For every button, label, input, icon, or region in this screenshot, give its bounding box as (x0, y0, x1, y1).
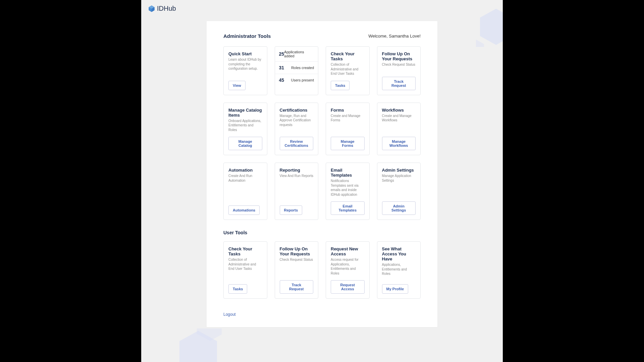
card-desc: Notifications Templates sent via emails … (331, 179, 365, 197)
card-title: Reporting (280, 168, 314, 173)
card-desc: Learn about IDHub by completing the conf… (228, 57, 262, 76)
logout-link[interactable]: Logout (223, 312, 236, 317)
tasks-button[interactable]: Tasks (331, 81, 350, 90)
card-desc: Check Request Status (280, 257, 314, 276)
card-title: Automation (228, 168, 262, 173)
card-desc: Access request for Applications, Entitle… (331, 257, 365, 276)
stat-label: Applications added (284, 50, 314, 58)
automations-button[interactable]: Automations (228, 205, 260, 215)
review-certifications-button[interactable]: Review Certifications (280, 137, 314, 150)
card-desc: Collection of Administrative and End Use… (228, 257, 262, 280)
card-see-access: See What Access You Have Applications, E… (377, 241, 421, 299)
card-title: Admin Settings (382, 168, 416, 173)
reports-button[interactable]: Reports (280, 205, 303, 215)
card-title: Manage Catalog Items (228, 108, 262, 118)
card-certifications: Certifications Manage, Run and Approve C… (275, 103, 319, 156)
logo[interactable]: IDHub (148, 5, 496, 12)
card-desc: Create And Run Automation (228, 174, 262, 201)
card-check-tasks: Check Your Tasks Collection of Administr… (326, 46, 370, 95)
card-title: Quick Start (228, 51, 262, 56)
card-desc: Manage, Run and Approve Certification re… (280, 114, 314, 132)
manage-catalog-button[interactable]: Manage Catalog (228, 137, 262, 150)
admin-settings-button[interactable]: Admin Settings (382, 201, 416, 215)
card-forms: Forms Create and Manage Forms Manage For… (326, 103, 370, 156)
track-request-button[interactable]: Track Request (280, 280, 314, 294)
svg-marker-1 (476, 37, 484, 47)
card-desc: Onboard Applications, Entitlements and R… (228, 119, 262, 132)
card-desc: Create and Manage Forms (331, 114, 365, 132)
logo-text: IDHub (157, 5, 176, 12)
svg-marker-0 (480, 9, 503, 45)
card-user-follow-up: Follow Up On Your Requests Check Request… (275, 241, 319, 299)
email-templates-button[interactable]: Email Templates (331, 201, 365, 215)
card-desc: Manage Application Settings (382, 174, 416, 197)
track-request-button[interactable]: Track Request (382, 77, 416, 90)
card-title: Workflows (382, 108, 416, 113)
welcome-text: Welcome, Samantha Love! (368, 34, 421, 39)
request-access-button[interactable]: Request Access (331, 280, 365, 294)
card-automation: Automation Create And Run Automation Aut… (223, 163, 267, 220)
card-reporting: Reporting View And Run Reports Reports (275, 163, 319, 220)
stat-value: 31 (279, 65, 284, 70)
card-title: Check Your Tasks (331, 51, 365, 61)
my-profile-button[interactable]: My Profile (382, 284, 409, 294)
card-desc: View And Run Reports (280, 174, 314, 201)
stat-users: 45 Users present (275, 74, 318, 86)
card-title: Check Your Tasks (228, 246, 262, 256)
card-desc: Collection of Administrative and End Use… (331, 62, 365, 76)
card-desc: Check Request Status (382, 62, 416, 72)
card-user-check-tasks: Check Your Tasks Collection of Administr… (223, 241, 267, 299)
stats-card: 25 Applications added 31 Roles created 4… (275, 46, 319, 95)
card-title: Email Templates (331, 168, 365, 178)
manage-workflows-button[interactable]: Manage Workflows (382, 137, 416, 150)
stat-label: Users present (291, 78, 314, 82)
card-desc: Create and Manage Workflows (382, 114, 416, 132)
card-title: Forms (331, 108, 365, 113)
card-title: See What Access You Have (382, 246, 416, 261)
card-follow-up: Follow Up On Your Requests Check Request… (377, 46, 421, 95)
card-title: Request New Access (331, 246, 365, 256)
card-title: Certifications (280, 108, 314, 113)
card-admin-settings: Admin Settings Manage Application Settin… (377, 163, 421, 220)
stat-applications: 25 Applications added (275, 47, 318, 62)
card-title: Follow Up On Your Requests (280, 246, 314, 256)
card-request-access: Request New Access Access request for Ap… (326, 241, 370, 299)
logo-icon (148, 5, 155, 12)
manage-forms-button[interactable]: Manage Forms (331, 137, 365, 150)
card-desc: Applications, Entitlements and Roles (382, 262, 416, 280)
decorative-hexagon-bottom (175, 328, 222, 362)
user-tools-heading: User Tools (223, 230, 421, 235)
tasks-button[interactable]: Tasks (228, 284, 247, 294)
stat-roles: 31 Roles created (275, 62, 318, 74)
main-content: Administrator Tools Welcome, Samantha Lo… (207, 21, 437, 327)
card-manage-catalog: Manage Catalog Items Onboard Application… (223, 103, 267, 156)
card-quick-start: Quick Start Learn about IDHub by complet… (223, 46, 267, 95)
stat-value: 25 (279, 51, 284, 57)
view-button[interactable]: View (228, 81, 246, 90)
card-title: Follow Up On Your Requests (382, 51, 416, 61)
stat-value: 45 (279, 77, 284, 83)
stat-label: Roles created (291, 66, 314, 70)
admin-tools-heading: Administrator Tools (223, 33, 271, 39)
card-email-templates: Email Templates Notifications Templates … (326, 163, 370, 220)
decorative-hexagon-top (476, 7, 503, 47)
card-workflows: Workflows Create and Manage Workflows Ma… (377, 103, 421, 156)
